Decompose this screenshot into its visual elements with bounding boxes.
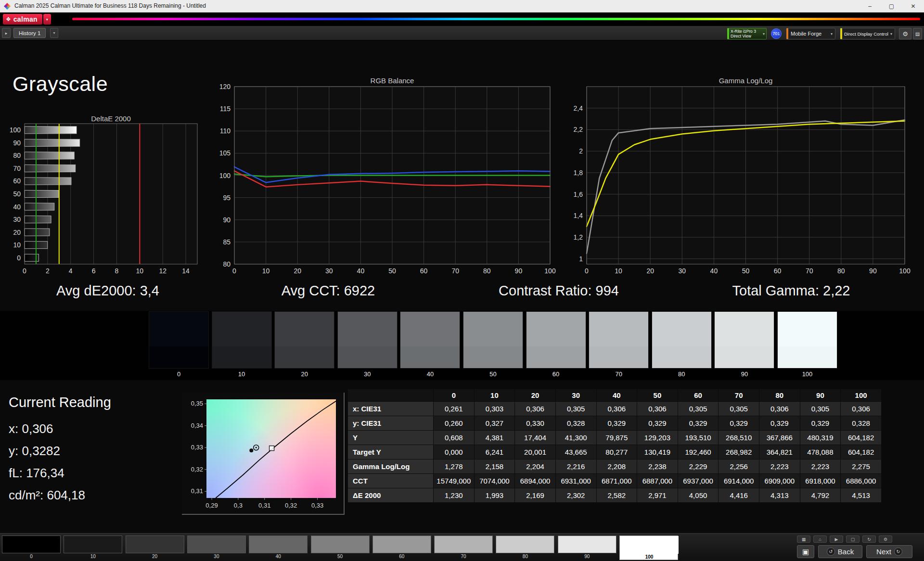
refresh-icon-button[interactable]: ↻ [862, 536, 876, 543]
gamma-log-log-chart: 11,21,41,61,822,22,401020304050607080901… [564, 77, 920, 284]
table-row: ΔE 20001,2301,9932,1692,3022,5822,9714,0… [348, 488, 882, 503]
settings-button[interactable]: ⚙ [899, 28, 911, 39]
play-icon-button[interactable]: ▶ [830, 536, 843, 543]
table-corner-cell [348, 389, 434, 402]
table-cell: 0,608 [434, 431, 475, 445]
svg-text:40: 40 [357, 267, 365, 275]
pattern-patch-0[interactable]: 0 [2, 536, 61, 560]
svg-text:50: 50 [388, 267, 396, 275]
table-row-label: Y [348, 431, 434, 445]
table-row: Y0,6084,38117,40441,30079,875129,203193,… [348, 431, 882, 445]
meter-status-badge: 701 [771, 28, 782, 39]
back-button[interactable]: ↺Back [818, 545, 862, 558]
pattern-patch-color [2, 536, 61, 553]
svg-text:0: 0 [17, 254, 21, 262]
swatch-target-color [589, 346, 648, 368]
svg-text:20: 20 [13, 229, 21, 236]
table-row-label: ΔE 2000 [348, 488, 434, 503]
table-col-header: 30 [555, 389, 596, 402]
window-icon-button[interactable]: ▢ [846, 536, 860, 543]
svg-text:70: 70 [13, 165, 21, 172]
table-cell: 1,993 [474, 488, 515, 503]
history-options-button[interactable]: ▾ [50, 28, 58, 38]
table-col-header: 50 [637, 389, 678, 402]
pattern-patch-40[interactable]: 40 [249, 536, 308, 560]
table-cell: 4,381 [474, 431, 515, 445]
svg-text:85: 85 [223, 238, 231, 246]
pattern-patch-label: 10 [64, 553, 122, 560]
pattern-window-button[interactable]: ▣ [797, 545, 814, 558]
svg-text:50: 50 [742, 267, 750, 275]
table-cell: 4,513 [841, 488, 882, 503]
monitor-icon-button[interactable]: ▦ [797, 536, 810, 543]
pattern-patch-10[interactable]: 10 [64, 536, 122, 560]
swatch-level-label: 40 [400, 370, 460, 378]
window-icon: ▢ [851, 537, 855, 542]
grayscale-swatch-80 [652, 311, 712, 369]
pattern-patch-20[interactable]: 20 [126, 536, 184, 560]
table-col-header: 70 [719, 389, 759, 402]
table-cell: 0,305 [719, 402, 759, 416]
svg-text:120: 120 [219, 83, 231, 90]
meter-selector-dropdown[interactable]: X-Rite i1Pro 3 Direct View ▾ [727, 28, 767, 39]
table-cell: 604,182 [841, 431, 882, 445]
panel-toggle-button[interactable]: ▤ [913, 28, 922, 39]
home-icon-button[interactable]: ⌂ [813, 536, 827, 543]
close-button[interactable]: ✕ [902, 0, 924, 13]
results-table: 0102030405060708090100x: CIE310,2610,303… [347, 389, 882, 503]
swatch-level-label: 10 [212, 370, 272, 378]
svg-text:50: 50 [13, 190, 21, 198]
table-cell: 6886,000 [841, 474, 882, 488]
svg-text:100: 100 [10, 126, 21, 134]
svg-text:1,8: 1,8 [574, 169, 583, 177]
pattern-patch-label: 60 [372, 553, 431, 560]
history-panel-expand-button[interactable]: ▸ [2, 28, 11, 38]
tab-history-1[interactable]: History 1 [13, 28, 46, 38]
reading-fl: fL: 176,34 [9, 466, 64, 481]
pattern-patch-80[interactable]: 80 [496, 536, 554, 560]
swatch-actual-color [338, 312, 397, 346]
pattern-patch-60[interactable]: 60 [372, 536, 431, 560]
source-selector-dropdown[interactable]: Mobile Forge ▾ [786, 28, 835, 39]
table-cell: 2,158 [474, 459, 515, 474]
svg-text:115: 115 [220, 105, 231, 113]
swatch-target-color [463, 346, 523, 368]
minimize-button[interactable]: – [859, 0, 881, 13]
pattern-patch-100[interactable]: 100 [619, 536, 678, 560]
pattern-patch-color [311, 536, 370, 553]
table-cell: 79,875 [596, 431, 637, 445]
maximize-button[interactable]: ▢ [881, 0, 902, 13]
svg-text:0: 0 [585, 267, 589, 275]
calman-logo[interactable]: ❖ calman ▾ [3, 14, 51, 25]
svg-text:70: 70 [806, 267, 813, 275]
table-row-label: CCT [348, 474, 434, 488]
pattern-patch-70[interactable]: 70 [434, 536, 493, 560]
table-cell: 2,169 [515, 488, 556, 503]
main-toolbar: ▸ History 1 ▾ X-Rite i1Pro 3 Direct View… [0, 26, 924, 40]
pattern-patch-color [249, 536, 308, 553]
table-cell: 0,305 [800, 402, 841, 416]
svg-text:2,2: 2,2 [574, 126, 583, 133]
next-button[interactable]: Next↻ [866, 545, 912, 558]
pattern-patch-90[interactable]: 90 [558, 536, 616, 560]
table-cell: 2,216 [555, 459, 596, 474]
pattern-patch-50[interactable]: 50 [311, 536, 370, 560]
logo-menu-chevron-icon[interactable]: ▾ [43, 14, 51, 25]
calman-logo-badge: ❖ calman [3, 14, 42, 25]
pattern-patch-color [620, 536, 679, 554]
svg-text:0,32: 0,32 [285, 502, 297, 509]
display-control-dropdown[interactable]: Direct Display Control ▾ [840, 28, 895, 39]
gear-icon-button[interactable]: ⚙ [879, 536, 892, 543]
svg-text:1,4: 1,4 [574, 212, 583, 219]
table-cell: 0,327 [474, 416, 515, 431]
grayscale-swatch-10 [212, 311, 272, 369]
svg-text:100: 100 [219, 172, 231, 179]
grayscale-swatch-90 [714, 311, 774, 369]
pattern-patch-30[interactable]: 30 [187, 536, 246, 560]
svg-text:100: 100 [899, 267, 911, 275]
pattern-bar: 0102030405060708090100 ▦⌂▶▢↻⚙▣↺BackNext↻ [0, 533, 924, 561]
calman-app: Calman 2025 Calman Ultimate for Business… [0, 0, 924, 561]
table-cell: 478,088 [800, 445, 841, 459]
swatch-level-label: 70 [589, 370, 649, 378]
svg-text:95: 95 [223, 194, 231, 202]
